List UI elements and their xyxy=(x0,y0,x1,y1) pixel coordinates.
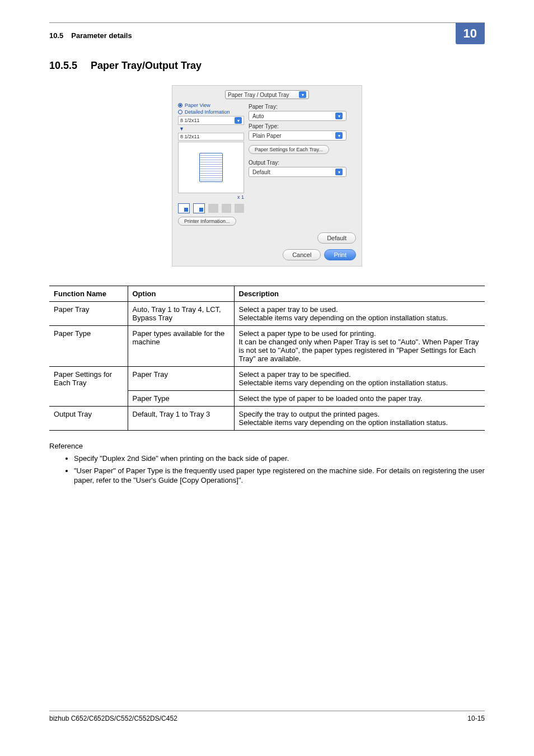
section-title-text: Paper Tray/Output Tray xyxy=(91,60,202,71)
cell-description: Specify the tray to output the printed p… xyxy=(234,407,485,431)
chevron-down-icon: ▾ xyxy=(235,117,242,124)
radio-detailed-info[interactable]: Detailed Information xyxy=(178,109,244,115)
cell-function-name: Output Tray xyxy=(49,407,128,431)
preview-count: x 1 xyxy=(178,194,244,200)
cell-description: Select the type of paper to be loaded on… xyxy=(234,391,485,407)
paper-size-field-2: 8 1/2x11 xyxy=(178,133,244,141)
page-footer: bizhub C652/C652DS/C552/C552DS/C452 10-1… xyxy=(49,711,485,722)
paper-tray-select[interactable]: Auto▾ xyxy=(249,111,346,121)
th-option: Option xyxy=(128,286,234,302)
table-row: Paper Tray Auto, Tray 1 to Tray 4, LCT, … xyxy=(49,302,485,326)
cell-option: Paper types available for the machine xyxy=(128,326,234,367)
reference-item: "User Paper" of Paper Type is the freque… xyxy=(74,466,485,486)
default-button[interactable]: Default xyxy=(317,232,356,244)
table-row: Paper Settings for Each Tray Paper Tray … xyxy=(49,367,485,391)
paper-tray-select-value: Auto xyxy=(252,113,264,119)
layout-icon-1[interactable] xyxy=(178,203,190,213)
radio-on-icon xyxy=(178,103,182,108)
table-row: Paper Type Paper types available for the… xyxy=(49,326,485,367)
cell-option: Auto, Tray 1 to Tray 4, LCT, Bypass Tray xyxy=(128,302,234,326)
paper-preview-page xyxy=(199,153,223,182)
cell-function-name: Paper Type xyxy=(49,326,128,367)
paper-size-value-1: 8 1/2x11 xyxy=(180,118,200,123)
radio-detailed-info-label: Detailed Information xyxy=(185,109,230,115)
printer-information-button[interactable]: Printer Information... xyxy=(178,217,236,226)
header-section-title: Parameter details xyxy=(71,31,132,40)
table-row: Output Tray Default, Tray 1 to Tray 3 Sp… xyxy=(49,407,485,431)
output-tray-select[interactable]: Default▾ xyxy=(249,167,346,177)
cell-option: Default, Tray 1 to Tray 3 xyxy=(128,407,234,431)
cell-description: Select a paper tray to be specified. Sel… xyxy=(234,367,485,391)
cell-description: Select a paper tray to be used. Selectab… xyxy=(234,302,485,326)
cell-function-name: Paper Settings for Each Tray xyxy=(49,367,128,407)
parameters-table: Function Name Option Description Paper T… xyxy=(49,286,485,431)
th-description: Description xyxy=(234,286,485,302)
radio-paper-view[interactable]: Paper View xyxy=(178,102,244,108)
table-header-row: Function Name Option Description xyxy=(49,286,485,302)
misc-icon-3 xyxy=(235,204,244,213)
reference-list: Specify "Duplex 2nd Side" when printing … xyxy=(49,454,485,486)
chevron-down-icon: ▾ xyxy=(335,132,343,139)
reference-item: Specify "Duplex 2nd Side" when printing … xyxy=(74,454,485,464)
dialog-section-select-value: Paper Tray / Output Tray xyxy=(228,92,289,98)
cancel-button[interactable]: Cancel xyxy=(283,249,321,260)
arrow-down-icon: ▼ xyxy=(179,126,244,132)
output-tray-select-value: Default xyxy=(252,169,270,175)
misc-icon-2 xyxy=(222,204,231,213)
cell-description: Select a paper type to be used for print… xyxy=(234,326,485,367)
radio-paper-view-label: Paper View xyxy=(185,102,210,108)
header-section-number: 10.5 xyxy=(49,31,63,40)
section-heading: 10.5.5Paper Tray/Output Tray xyxy=(49,60,485,72)
paper-tray-label: Paper Tray: xyxy=(249,104,356,110)
paper-type-select-value: Plain Paper xyxy=(252,133,282,139)
reference-heading: Reference xyxy=(49,442,485,450)
print-button[interactable]: Print xyxy=(324,249,356,260)
radio-off-icon xyxy=(178,110,182,114)
paper-type-label: Paper Type: xyxy=(249,123,356,129)
cell-function-name: Paper Tray xyxy=(49,302,128,326)
cell-option: Paper Type xyxy=(128,391,234,407)
paper-size-value-2: 8 1/2x11 xyxy=(180,134,200,139)
misc-icon-1 xyxy=(208,204,218,213)
each-tray-settings-button[interactable]: Paper Settings for Each Tray... xyxy=(249,145,329,154)
paper-type-select[interactable]: Plain Paper▾ xyxy=(249,130,346,141)
paper-preview xyxy=(178,142,244,193)
footer-model: bizhub C652/C652DS/C552/C552DS/C452 xyxy=(49,715,177,722)
dialog-section-select[interactable]: Paper Tray / Output Tray ▾ xyxy=(225,90,309,99)
footer-page-number: 10-15 xyxy=(467,715,485,722)
chevron-down-icon: ▾ xyxy=(335,113,343,119)
dialog-screenshot: Paper Tray / Output Tray ▾ Paper View De… xyxy=(172,85,362,267)
chevron-down-icon: ▾ xyxy=(299,91,306,98)
layout-icon-2[interactable] xyxy=(193,203,205,213)
paper-size-field-1[interactable]: 8 1/2x11▾ xyxy=(178,116,244,125)
chevron-down-icon: ▾ xyxy=(335,169,343,175)
output-tray-label: Output Tray: xyxy=(249,160,356,166)
header-chapter-number: 10 xyxy=(456,23,485,44)
cell-option: Paper Tray xyxy=(128,367,234,391)
page-header: 10.5 Parameter details 10 xyxy=(49,22,485,44)
th-function-name: Function Name xyxy=(49,286,128,302)
section-number: 10.5.5 xyxy=(49,60,91,72)
